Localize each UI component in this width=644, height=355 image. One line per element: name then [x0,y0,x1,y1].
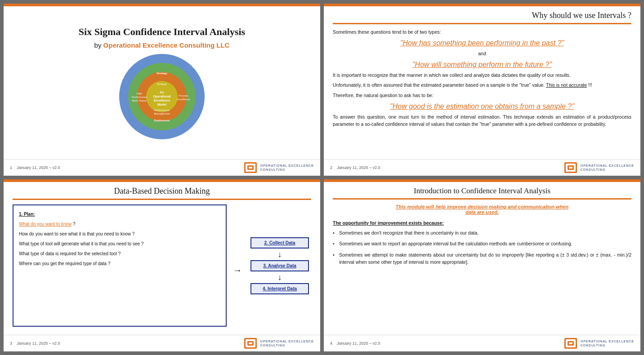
slide2-bar [333,23,631,24]
logo-text-2: Operational Excellence Consulting [581,164,634,172]
svg-text:Strategy: Strategy [157,72,168,75]
slide1-footer-num: 1 January 11, 2025 – v2.0 [10,165,60,170]
slide2-link3: "How good is the estimation one obtains … [333,102,631,111]
slide2-title: Why should we use Intervals ? [333,11,631,20]
is-not-accurate: This is not accurate [546,82,587,88]
slide3-title: Data-Based Decision Making [13,186,311,196]
bullet-1: Sometimes we don't recognize that there … [333,229,631,236]
slide2-and: and [333,50,631,58]
logo-text-1: Operational Excellence Consulting [260,164,314,172]
slide2-para1: Sometimes these questions tend to be of … [333,29,631,36]
svg-text:Operational: Operational [153,95,171,98]
slide1-by: by Operational Excellence Consulting LLC [94,41,230,49]
slide2-link1: "How has something been performing in th… [333,39,631,47]
svg-rect-29 [249,342,252,344]
logo-icon-svg-4 [564,337,578,350]
slide4-title: Introduction to Confidence Interval Anal… [333,186,631,195]
svg-text:Model: Model [157,103,166,106]
slide2-para4: Therefore, the natural question to ask h… [333,92,631,99]
step1-q2: How do you want to see what it is that y… [19,231,220,238]
diagram: An Operational Excellence Model Strategy… [117,52,207,142]
slide1-footer: 1 January 11, 2025 – v2.0 Operational Ex… [4,159,320,176]
logo-text-3: Operational Excellence Consulting [260,339,314,347]
slide2-para2: It is important to recognize that the ma… [333,72,631,79]
logo-icon-svg [243,161,258,174]
svg-text:An: An [160,91,164,94]
slide1-author: Operational Excellence Consulting LLC [103,41,230,49]
slide2-link2: "How will something perform in the futur… [333,61,631,69]
diagram-svg: An Operational Excellence Model Strategy… [117,52,207,142]
svg-text:Performance: Performance [132,96,148,98]
svg-rect-33 [569,342,572,344]
svg-text:Management: Management [154,112,170,115]
slide2-para3: Unfortunately, it is often assumed that … [333,82,631,89]
slide2-para5: To answer this question, one must turn t… [333,114,631,128]
bullet-3: Sometimes we attempt to make statements … [333,251,631,266]
slide4-opportunity: The opportunity for improvement exists b… [333,220,631,226]
svg-rect-21 [249,167,252,169]
slide3-left-panel: 1. Plan: What do you want to know ? How … [13,204,227,327]
logo-3: Operational Excellence Consulting [243,337,314,350]
slide1-main: Six Sigma Confidence Interval Analysis b… [13,12,311,155]
bullet-2: Sometimes we want to report an appropria… [333,240,631,247]
svg-text:Work Teams: Work Teams [132,99,147,102]
slide4-bullets: Sometimes we don't recognize that there … [333,229,631,266]
svg-text:Process: Process [179,94,188,97]
step1-label: 1. Plan: [19,211,220,218]
logo-icon-svg-3 [243,337,258,350]
logo-4: Operational Excellence Consulting [564,337,634,350]
slide4-highlight: This module will help improve decision m… [333,204,631,215]
flow-arrow-1: ↓ [278,250,282,258]
step1-q5: Where can you get the required type of d… [19,260,220,267]
slide3-right-panel: 2. Collect Data ↓ 3. Analyse Data ↓ 4. I… [248,204,311,327]
slide2-footer: 2 January 11, 2025 – v2.0 Operational Ex… [324,159,640,176]
slide-4: Introduction to Confidence Interval Anal… [324,179,640,351]
slide-2: Why should we use Intervals ? Sometimes … [324,4,640,176]
flow-box-analyse: 3. Analyse Data [250,260,309,271]
flow-arrow-2: ↓ [278,273,282,281]
flow-arrow-right: → [233,265,242,275]
slide1-title: Six Sigma Confidence Interval Analysis [79,26,245,38]
logo-text-4: Operational Excellence Consulting [581,339,634,347]
svg-rect-25 [569,167,572,169]
slide4-footer: 4 January 11, 2025 – v2.0 Operational Ex… [324,335,640,351]
svg-text:Excellence: Excellence [177,98,190,101]
logo-1: Operational Excellence Consulting [243,161,314,174]
slide-1: Six Sigma Confidence Interval Analysis b… [4,4,320,176]
step1-q3: What type of tool will generate what it … [19,240,220,248]
logo-icon-svg-2 [564,161,578,174]
step1-q1: What do you want to know ? [19,221,220,228]
slide3-body: 1. Plan: What do you want to know ? How … [13,204,311,327]
slide-3: Data-Based Decision Making 1. Plan: What… [4,179,320,351]
svg-text:Performance: Performance [154,109,170,111]
slide3-footer-num: 3 January 11, 2025 – v2.0 [10,341,60,346]
step1-q4: What type of data is required for the se… [19,250,220,257]
svg-text:Deployment: Deployment [154,119,170,122]
flow-box-interpret: 4. Interpret Data [250,283,309,294]
slide4-bar [333,198,631,200]
slide3-bar [13,199,311,200]
svg-text:Excellence: Excellence [154,99,170,102]
flow-box-collect: 2. Collect Data [250,237,309,248]
logo-2: Operational Excellence Consulting [564,161,634,174]
slide3-footer: 3 January 11, 2025 – v2.0 Operational Ex… [4,335,320,351]
slide4-footer-num: 4 January 11, 2025 – v2.0 [330,341,380,346]
svg-text:Strategy: Strategy [157,83,167,85]
svg-text:High: High [137,92,142,95]
slide2-footer-num: 2 January 11, 2025 – v2.0 [330,165,380,170]
